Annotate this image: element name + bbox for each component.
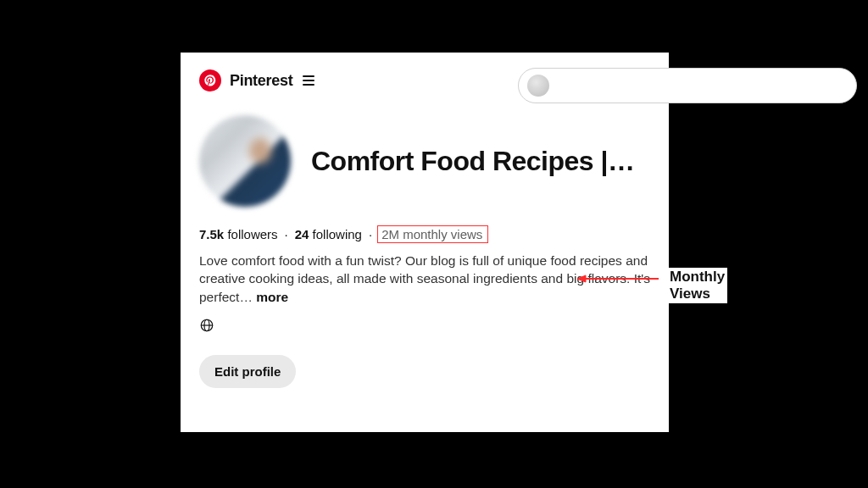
profile-card: Pinterest Comfort Food Recipes |… 7.5k f…: [181, 53, 669, 432]
profile-name: Comfort Food Recipes |…: [311, 146, 634, 177]
following-count: 24: [295, 227, 309, 241]
annotation-label: Monthly Views: [667, 268, 727, 303]
more-button[interactable]: more: [256, 290, 288, 304]
following-label: following: [313, 227, 362, 241]
followers-count: 7.5k: [199, 227, 224, 241]
brand-text[interactable]: Pinterest: [230, 72, 292, 90]
monthly-views: 2M monthly views: [377, 225, 488, 243]
followers-label: followers: [227, 227, 277, 241]
following[interactable]: 24 following: [295, 227, 362, 241]
bio-text: Love comfort food with a fun twist? Our …: [199, 252, 650, 306]
menu-icon[interactable]: [303, 75, 314, 86]
edit-profile-button[interactable]: Edit profile: [199, 355, 296, 388]
avatar-thumb-icon: [527, 75, 549, 97]
pinterest-logo-icon[interactable]: [199, 69, 221, 92]
globe-icon: [199, 318, 214, 333]
profile-header: Comfort Food Recipes |…: [199, 115, 650, 207]
website-row[interactable]: [199, 318, 650, 333]
separator: ·: [369, 227, 372, 241]
stats-row: 7.5k followers · 24 following · 2M month…: [199, 225, 650, 243]
separator: ·: [285, 227, 288, 241]
search-input[interactable]: [518, 68, 857, 103]
followers[interactable]: 7.5k followers: [199, 227, 278, 241]
avatar[interactable]: [199, 115, 291, 207]
